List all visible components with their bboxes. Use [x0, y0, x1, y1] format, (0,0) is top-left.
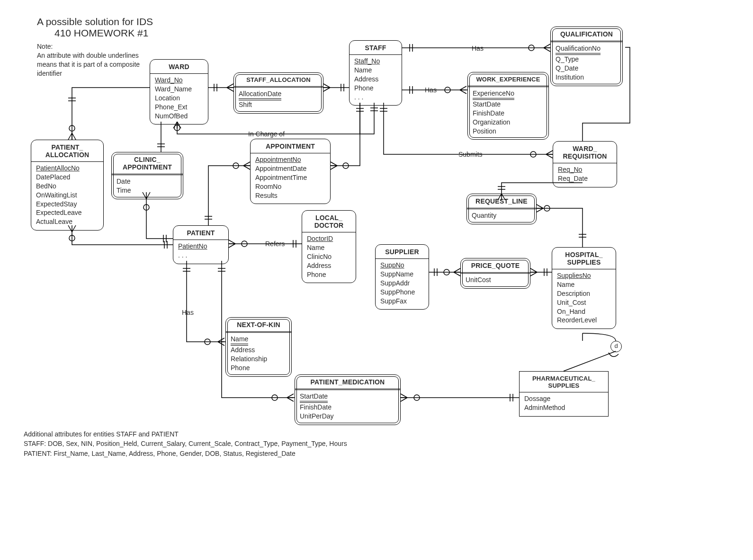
attr: ActualLeave [36, 217, 99, 226]
entity-clinic-appt: CLINIC_ APPOINTMENT Date Time [111, 152, 183, 199]
attr: ClinicNo [307, 252, 351, 261]
attr: RoomNo [255, 182, 325, 191]
entity-pharm-supplies: PHARMACEUTICAL_ SUPPLIES Dossage AdminMe… [519, 371, 609, 417]
attr: AppointmentTime [255, 173, 325, 182]
entity-appointment: APPOINTMENT AppointmentNo AppointmentDat… [250, 139, 331, 204]
attr: ExpectedStay [36, 200, 99, 209]
attr-nok-pk: Name [231, 335, 248, 346]
attr: Location [155, 94, 203, 103]
entity-request-line: REQUEST_LINE Quantity [466, 194, 537, 224]
entity-patient-allocation: PATIENT_ ALLOCATION PatientAllocNo DateP… [31, 140, 104, 231]
entity-ward-title: WARD [150, 62, 208, 71]
entity-local-doctor: LOCAL_ DOCTOR DoctorID Name ClinicNo Add… [302, 210, 356, 283]
attr: Ward_Name [155, 85, 203, 94]
attr: Address [307, 261, 351, 270]
attr: Results [255, 191, 325, 200]
rel-refers: Refers [263, 240, 287, 248]
attr: Dossage [524, 394, 603, 403]
attr: Organization [473, 118, 544, 127]
attr: Phone_Ext [155, 103, 203, 112]
attr-pmed-pk: StartDate [300, 392, 328, 403]
attr: Phone [231, 364, 287, 373]
disjoint-circle: d [610, 341, 622, 352]
attr: NumOfBed [155, 112, 203, 121]
ld-t1: LOCAL_ [307, 214, 351, 222]
attr-ward-pk: Ward_No [155, 76, 203, 85]
ca-t1: CLINIC_ [117, 156, 178, 163]
hs-t2: SUPPLIES [557, 258, 611, 266]
entity-staff-allocation-title: STAFF_ALLOCATION [234, 75, 323, 84]
attr: Q_Type [556, 55, 618, 64]
attr-hs-pk: SuppliesNo [557, 271, 611, 280]
attr: FinishDate [300, 403, 395, 412]
attr: DatePlaced [36, 173, 99, 182]
pa-t2: ALLOCATION [36, 151, 99, 159]
attr: Institution [556, 73, 618, 82]
footer-staff: STAFF: DOB, Sex, NIN, Position_Held, Cur… [24, 439, 347, 448]
entity-patient-medication: PATIENT_MEDICATION StartDate FinishDate … [295, 374, 401, 425]
entity-patient-medication-title: PATIENT_MEDICATION [295, 377, 400, 387]
attr: Name [307, 243, 351, 252]
attr-patient-pk: PatientNo [178, 242, 224, 251]
attr: Shift [239, 100, 318, 109]
entity-workexp: WORK_EXPERIENCE ExperienceNo StartDate F… [467, 72, 549, 140]
rel-in-charge-of: In Charge of [246, 130, 287, 138]
rel-has-qual: Has [470, 44, 485, 52]
entity-workexp-title: WORK_EXPERIENCE [468, 75, 548, 84]
entity-price-quote-title: PRICE_QUOTE [461, 261, 530, 270]
footer-patient: PATIENT: First_Name, Last_Name, Address,… [24, 449, 347, 458]
attr: Address [231, 346, 287, 355]
ld-t2: DOCTOR [307, 222, 351, 229]
wr-t1: WARD_ [558, 145, 612, 152]
footer-hdr: Additional attributes for entities STAFF… [24, 429, 347, 439]
attr: . . . [178, 251, 224, 260]
doc-title-line2: 410 HOMEWORK #1 [54, 27, 148, 39]
attr: . . . [354, 93, 397, 102]
attr-ld-pk: DoctorID [307, 234, 351, 243]
wr-t2: REQUISITION [558, 152, 612, 160]
attr-supplier-pk: SuppNo [380, 261, 424, 270]
attr-workexp-pk: ExperienceNo [473, 89, 514, 100]
pa-t1: PATIENT_ [36, 143, 99, 151]
attr: BedNo [36, 182, 99, 191]
attr: Time [117, 186, 178, 195]
attr: Req_Date [558, 174, 612, 183]
entity-clinic-appt-title: CLINIC_ APPOINTMENT [112, 155, 183, 172]
attr: Position [473, 127, 544, 136]
doc-title-line1: A possible solution for IDS [37, 16, 153, 27]
attr: Address [354, 75, 397, 84]
entity-appointment-title: APPOINTMENT [251, 142, 330, 151]
rel-has-nok: Has [180, 309, 196, 316]
entity-next-of-kin-title: NEXT-OF-KIN [226, 320, 291, 329]
entity-supplier: SUPPLIER SuppNo SuppName SuppAddr SuppPh… [375, 244, 429, 310]
attr-wr-pk: Req_No [558, 165, 612, 174]
attr: Phone [354, 84, 397, 93]
entity-staff: STAFF Staff_No Name Address Phone . . . [349, 40, 402, 106]
attr: AppointmentDate [255, 164, 325, 173]
doc-note-hdr: Note: [37, 42, 146, 51]
attr: Quantity [472, 211, 531, 220]
attr: Name [557, 280, 611, 289]
rel-submits: Submits [457, 151, 484, 158]
doc-note: Note: An attribute with double underline… [37, 42, 146, 78]
ph-t1: PHARMACEUTICAL_ [524, 375, 603, 382]
attr: Name [354, 66, 397, 75]
attr: SuppAddr [380, 279, 424, 288]
attr: ReorderLevel [557, 316, 611, 325]
entity-ward-requisition-title: WARD_ REQUISITION [553, 144, 617, 161]
entity-patient-allocation-title: PATIENT_ ALLOCATION [31, 142, 103, 160]
footer: Additional attributes for entities STAFF… [24, 429, 347, 458]
ph-t2: SUPPLIES [524, 382, 603, 389]
attr: Date [117, 177, 178, 186]
attr: ExpectedLeave [36, 208, 99, 217]
attr-pa-pk: PatientAllocNo [36, 164, 99, 173]
attr: UnitCost [466, 276, 525, 284]
attr: Relationship [231, 355, 287, 364]
attr: OnWaitingList [36, 191, 99, 200]
entity-staff-title: STAFF [350, 43, 402, 53]
entity-qualification: QUALIFICATION QualificationNo Q_Type Q_D… [550, 27, 623, 86]
attr-qualification-pk: QualificationNo [556, 44, 601, 55]
attr-appt-pk: AppointmentNo [255, 155, 325, 164]
attr: Q_Date [556, 64, 618, 73]
entity-price-quote: PRICE_QUOTE UnitCost [460, 258, 530, 289]
